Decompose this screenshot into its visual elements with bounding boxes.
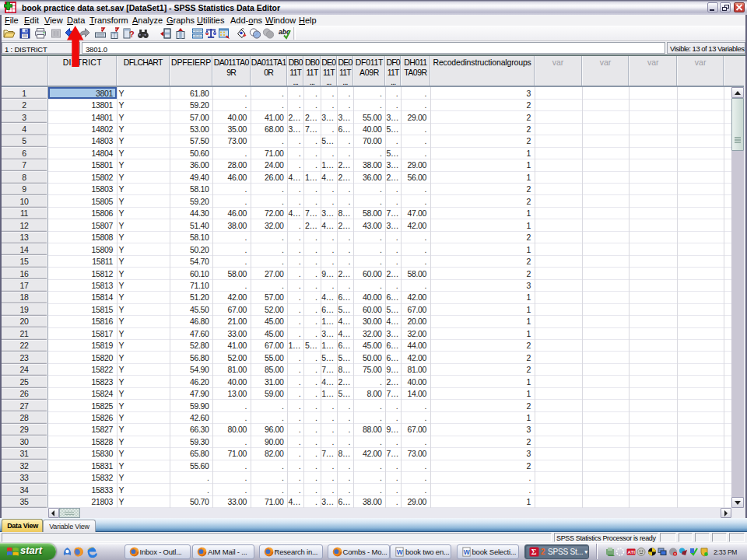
svg-text:ATI: ATI <box>627 550 635 555</box>
svg-text:W: W <box>463 548 469 556</box>
svg-text:Σ: Σ <box>531 548 537 556</box>
svg-text:?: ? <box>129 30 135 39</box>
svg-text:W: W <box>397 548 403 556</box>
